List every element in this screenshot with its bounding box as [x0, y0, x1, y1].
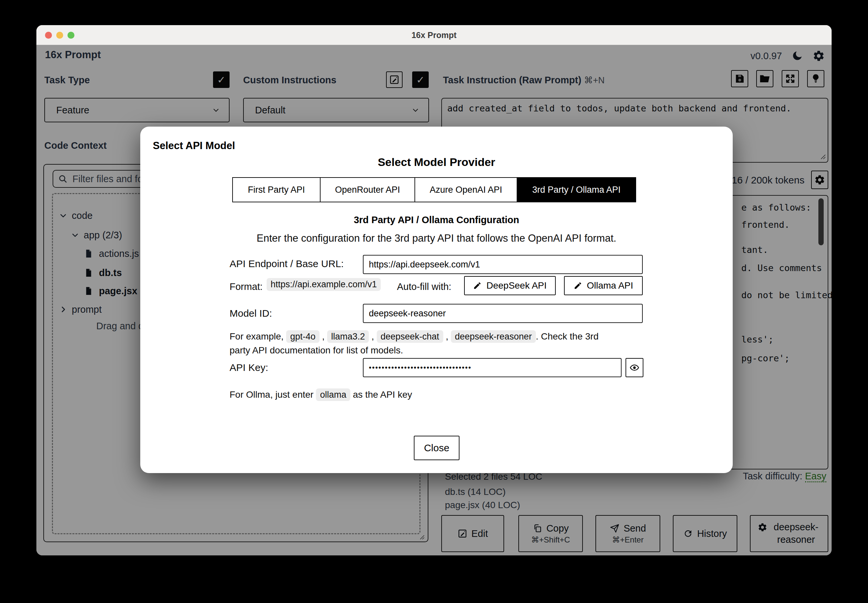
idea-icon — [810, 73, 822, 84]
send-icon — [610, 523, 620, 533]
preview-line: pg-core'; — [741, 353, 790, 363]
send-shortcut: ⌘+Enter — [612, 535, 643, 544]
token-settings-button[interactable] — [811, 171, 828, 189]
preview-line: e as follows: — [741, 203, 811, 213]
gear-icon — [758, 522, 767, 532]
task-type-checkbox[interactable]: ✓ — [213, 71, 229, 88]
tree-item-code[interactable]: code — [59, 208, 93, 223]
autofill-ollama-button[interactable]: Ollama API — [564, 276, 643, 295]
tab-azure-openai-api[interactable]: Azure OpenAI API — [415, 178, 517, 202]
tree-item-label: actions.js — [99, 248, 139, 259]
scrollbar-thumb[interactable] — [818, 198, 824, 245]
app-title: 16x Prompt — [45, 49, 101, 61]
endpoint-label: API Endpoint / Base URL: — [229, 258, 344, 269]
pencil-icon — [574, 281, 582, 290]
model-example-chip: llama3.2 — [327, 330, 369, 343]
tree-item-db-ts[interactable]: db.ts — [84, 266, 122, 280]
selected-file: page.jsx (40 LOC) — [445, 500, 542, 510]
task-difficulty-value[interactable]: Easy — [805, 471, 826, 482]
tree-item-page-jsx[interactable]: page.jsx — [84, 284, 137, 298]
close-button[interactable]: Close — [414, 436, 459, 460]
copy-icon — [533, 523, 542, 533]
edit-button-label: Edit — [471, 528, 488, 539]
token-counter: 516 / 200k tokens — [726, 175, 804, 186]
send-button[interactable]: Send ⌘+Enter — [595, 515, 660, 552]
tree-item-prompt[interactable]: prompt — [59, 302, 102, 317]
resize-handle-icon[interactable] — [418, 533, 425, 540]
custom-instructions-checkbox[interactable]: ✓ — [412, 71, 429, 88]
tree-item-label: code — [72, 210, 93, 221]
save-icon — [734, 73, 745, 84]
copy-button[interactable]: Copy ⌘+Shift+C — [518, 515, 583, 552]
gear-icon[interactable] — [812, 49, 825, 62]
custom-instructions-select[interactable]: Default — [243, 98, 429, 122]
titlebar: 16x Prompt — [36, 25, 832, 45]
tab-openrouter-api[interactable]: OpenRouter API — [321, 178, 415, 202]
edit-custom-instructions-button[interactable] — [386, 71, 403, 88]
drag-drop-hint: Drag and d — [96, 321, 144, 332]
send-button-label: Send — [623, 523, 646, 534]
task-type-value: Feature — [56, 105, 89, 116]
provider-heading: Select Model Provider — [140, 156, 733, 169]
chevron-down-icon — [59, 211, 68, 220]
endpoint-input[interactable] — [363, 255, 643, 274]
preview-line: do not be limited — [741, 290, 832, 300]
chevron-down-icon — [212, 106, 220, 114]
dialog-title: Select API Model — [153, 140, 235, 152]
model-selector-button[interactable]: deepseek-reasoner — [750, 515, 828, 552]
edit-button[interactable]: Edit — [441, 515, 504, 552]
history-button-label: History — [697, 528, 727, 539]
select-api-model-dialog: Select API Model Select Model Provider F… — [140, 127, 733, 473]
model-id-label: Model ID: — [229, 308, 272, 319]
expand-icon — [785, 73, 796, 84]
model-example-chip: deepseek-reasoner — [451, 330, 536, 343]
task-instruction-shortcut: ⌘+N — [584, 76, 604, 85]
toggle-api-key-visibility-button[interactable] — [626, 358, 643, 377]
task-difficulty: Task difficulty: Easy — [742, 471, 826, 482]
idea-button[interactable] — [807, 70, 824, 87]
task-type-label: Task Type — [44, 75, 90, 86]
task-instruction-label: Task Instruction (Raw Prompt) ⌘+N — [443, 75, 605, 86]
header-actions: v0.0.97 — [750, 49, 825, 62]
format-label: Format: — [229, 281, 263, 292]
history-button[interactable]: History — [673, 515, 737, 552]
format-example: https://api.example.com/v1 — [267, 278, 381, 291]
model-id-input[interactable] — [363, 304, 643, 323]
chevron-down-icon — [70, 230, 80, 240]
chevron-down-icon — [411, 106, 420, 114]
copy-button-label: Copy — [547, 523, 569, 534]
file-icon — [84, 249, 94, 258]
task-type-select[interactable]: Feature — [44, 98, 229, 122]
tab-3rd-party-ollama-api[interactable]: 3rd Party / Ollama API — [517, 178, 636, 202]
window-title: 16x Prompt — [36, 30, 832, 40]
resize-handle-icon[interactable] — [818, 152, 826, 160]
save-prompt-button[interactable] — [731, 70, 748, 87]
ollama-chip: ollama — [316, 388, 350, 401]
code-context-label: Code Context — [44, 140, 107, 151]
custom-instructions-value: Default — [255, 105, 285, 116]
search-icon — [58, 174, 68, 184]
model-name-label: deepseek-reasoner — [771, 521, 821, 546]
file-icon — [84, 268, 94, 278]
autofill-label: Auto-fill with: — [397, 281, 451, 292]
key-hint-prefix: For Ollma, just enter — [229, 390, 314, 400]
tree-item-label: app (2/3) — [84, 230, 122, 241]
autofill-deepseek-label: DeepSeek API — [486, 280, 547, 291]
pencil-icon — [473, 281, 482, 290]
open-prompt-button[interactable] — [756, 70, 773, 87]
api-key-hint: For Ollma, just enter ollama as the API … — [229, 388, 626, 402]
model-id-hint: For example, gpt-4o , llama3.2 , deepsee… — [229, 329, 620, 357]
expand-prompt-button[interactable] — [782, 70, 799, 87]
tab-first-party-api[interactable]: First Party API — [233, 178, 321, 202]
autofill-deepseek-button[interactable]: DeepSeek API — [464, 276, 556, 295]
hint-prefix: For example, — [229, 331, 284, 342]
moon-icon[interactable] — [791, 50, 803, 62]
tree-item-actions-js[interactable]: actions.js — [84, 246, 139, 261]
tree-item-app[interactable]: app (2/3) — [70, 228, 122, 242]
preview-line: frontend. — [741, 220, 790, 230]
open-folder-icon — [759, 73, 771, 85]
config-description: Enter the configuration for the 3rd part… — [140, 232, 733, 244]
tree-item-label: db.ts — [99, 267, 122, 278]
model-example-chip: deepseek-chat — [377, 330, 443, 343]
api-key-input[interactable] — [363, 358, 622, 377]
